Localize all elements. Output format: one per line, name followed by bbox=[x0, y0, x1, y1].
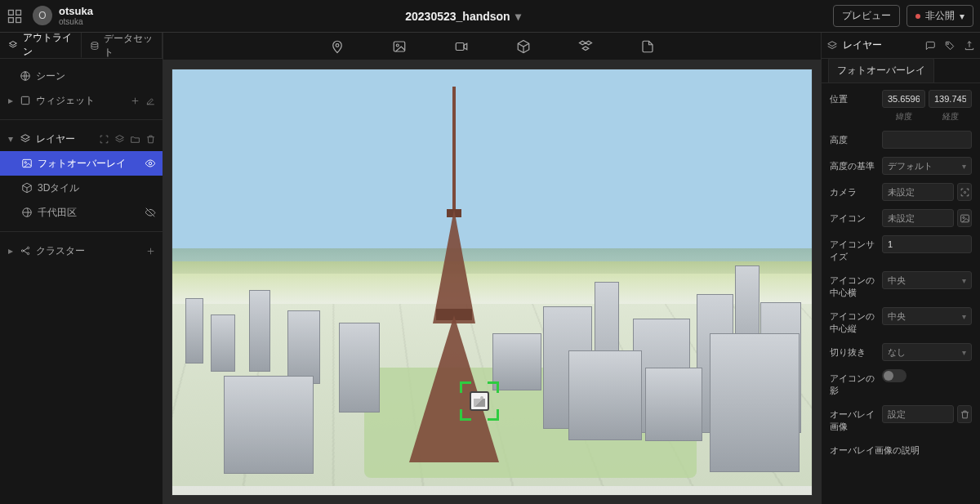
tool-pin[interactable] bbox=[330, 39, 345, 54]
tool-image[interactable] bbox=[392, 39, 407, 54]
right-panel-subtabs: フォトオーバーレイ bbox=[822, 59, 980, 83]
svg-point-14 bbox=[336, 43, 339, 47]
tool-cubes[interactable] bbox=[578, 39, 593, 54]
prop-position: 位置 緯度 経度 bbox=[830, 90, 972, 123]
longitude-input[interactable] bbox=[929, 90, 972, 108]
tag-icon[interactable] bbox=[944, 40, 956, 51]
plus-icon[interactable] bbox=[130, 96, 140, 106]
3d-viewport[interactable] bbox=[163, 60, 821, 504]
tree-scene[interactable]: シーン bbox=[0, 64, 163, 88]
overlay-image-set[interactable]: 設定 bbox=[882, 405, 954, 423]
avatar: O bbox=[33, 6, 52, 25]
layers-icon[interactable] bbox=[114, 134, 125, 145]
tree-layers-section[interactable]: ▾ レイヤー bbox=[0, 127, 163, 151]
tab-layer-label: レイヤー bbox=[843, 38, 882, 52]
workspace-subtitle: otsuka bbox=[59, 17, 93, 26]
prop-label: 切り抜き bbox=[830, 343, 875, 359]
plus-icon[interactable] bbox=[145, 246, 156, 256]
tab-outline[interactable]: アウトライン bbox=[0, 33, 82, 58]
layer-chiyoda[interactable]: 千代田区 bbox=[0, 200, 163, 225]
svg-point-13 bbox=[27, 252, 29, 254]
altitude-base-select[interactable]: デフォルト ▾ bbox=[882, 157, 972, 175]
tab-outline-label: アウトライン bbox=[23, 31, 73, 59]
tree-widget[interactable]: ▸ ウィジェット bbox=[0, 88, 163, 113]
svg-point-21 bbox=[963, 216, 964, 218]
svg-point-9 bbox=[149, 162, 152, 165]
apps-grid-icon[interactable] bbox=[7, 8, 23, 25]
subtab-photo-overlay[interactable]: フォトオーバーレイ bbox=[828, 58, 934, 83]
folder-add-icon[interactable] bbox=[130, 134, 140, 145]
layers-icon bbox=[20, 133, 31, 145]
select-value: なし bbox=[888, 346, 906, 359]
camera-select[interactable]: 未設定 bbox=[882, 183, 954, 201]
export-icon[interactable] bbox=[964, 40, 975, 51]
select-value: 未設定 bbox=[888, 212, 915, 225]
svg-rect-3 bbox=[16, 17, 21, 22]
svg-rect-7 bbox=[23, 159, 32, 167]
svg-point-4 bbox=[91, 42, 97, 44]
properties-panel: 位置 緯度 経度 高度 bbox=[822, 83, 980, 504]
icon-center-h-select[interactable]: 中央 ▾ bbox=[882, 271, 972, 289]
workspace-switcher[interactable]: O otsuka otsuka bbox=[33, 6, 93, 26]
prop-icon-center-v: アイコンの中心縦 中央 ▾ bbox=[830, 307, 972, 335]
crop-select[interactable]: なし ▾ bbox=[882, 343, 972, 361]
prop-label: 高度 bbox=[830, 131, 875, 146]
icon-center-v-select[interactable]: 中央 ▾ bbox=[882, 307, 972, 325]
prop-icon: アイコン 未設定 bbox=[830, 209, 972, 227]
caret-right-icon: ▸ bbox=[7, 95, 15, 106]
chevron-down-icon: ▾ bbox=[962, 162, 966, 171]
icon-shadow-toggle[interactable] bbox=[882, 369, 906, 382]
overlay-placement-marker[interactable] bbox=[460, 381, 499, 421]
prop-label: カメラ bbox=[830, 183, 875, 198]
eye-off-icon[interactable] bbox=[145, 207, 156, 218]
layer-3d-tiles[interactable]: 3Dタイル bbox=[0, 176, 163, 200]
comment-icon[interactable] bbox=[924, 40, 936, 51]
icon-select[interactable]: 未設定 bbox=[882, 209, 954, 227]
eye-icon[interactable] bbox=[145, 158, 156, 169]
rename-icon[interactable] bbox=[145, 96, 156, 106]
publish-status-button[interactable]: 非公開 ▾ bbox=[906, 5, 973, 27]
status-dot-icon bbox=[915, 14, 920, 19]
tree-cluster[interactable]: ▸ クラスター bbox=[0, 239, 163, 263]
tab-dataset-label: データセット bbox=[104, 32, 154, 60]
overlay-image-clear-button[interactable] bbox=[957, 405, 972, 423]
outline-tree: シーン ▸ ウィジェット ▾ レイヤー bbox=[0, 59, 163, 504]
latitude-input[interactable] bbox=[882, 90, 925, 108]
tree-scene-label: シーン bbox=[36, 69, 156, 83]
svg-point-18 bbox=[947, 42, 949, 44]
icon-size-input[interactable] bbox=[882, 235, 972, 253]
workspace-name: otsuka bbox=[59, 6, 93, 17]
svg-point-19 bbox=[964, 191, 965, 193]
prop-label: オーバレイ画像の説明 bbox=[830, 441, 972, 457]
layer-photo-overlay[interactable]: フォトオーバーレイ bbox=[0, 151, 163, 176]
icon-image-button[interactable] bbox=[957, 209, 972, 227]
tab-layer[interactable]: レイヤー bbox=[826, 38, 882, 52]
lng-sublabel: 経度 bbox=[929, 111, 972, 123]
camera-capture-button[interactable] bbox=[957, 183, 972, 201]
tool-file[interactable] bbox=[640, 39, 655, 54]
top-bar: O otsuka otsuka 20230523_handson ▾ プレビュー… bbox=[0, 0, 980, 33]
prop-altitude-base: 高度の基準 デフォルト ▾ bbox=[830, 157, 972, 175]
target-icon[interactable] bbox=[99, 134, 109, 145]
caret-down-icon: ▾ bbox=[7, 133, 15, 145]
tab-dataset[interactable]: データセット bbox=[82, 33, 163, 58]
select-value: 中央 bbox=[888, 310, 906, 323]
prop-label: アイコン bbox=[830, 209, 875, 225]
tool-video[interactable] bbox=[454, 39, 469, 54]
preview-button[interactable]: プレビュー bbox=[833, 5, 900, 27]
svg-rect-17 bbox=[456, 42, 464, 50]
center-panel bbox=[163, 33, 821, 504]
svg-rect-6 bbox=[21, 96, 29, 104]
trash-icon[interactable] bbox=[145, 134, 156, 145]
tool-cube[interactable] bbox=[516, 39, 531, 54]
project-title-area[interactable]: 20230523_handson ▾ bbox=[103, 10, 823, 23]
select-value: 設定 bbox=[888, 408, 906, 421]
prop-camera: カメラ 未設定 bbox=[830, 183, 972, 201]
prop-label: アイコンサイズ bbox=[830, 235, 875, 263]
workspace-labels: otsuka otsuka bbox=[59, 6, 93, 26]
altitude-input[interactable] bbox=[882, 131, 972, 149]
svg-point-12 bbox=[27, 247, 29, 248]
right-panel: レイヤー フォトオーバーレイ 位置 bbox=[821, 33, 980, 504]
tree-cluster-label: クラスター bbox=[36, 244, 140, 258]
chevron-down-icon: ▾ bbox=[515, 10, 521, 23]
